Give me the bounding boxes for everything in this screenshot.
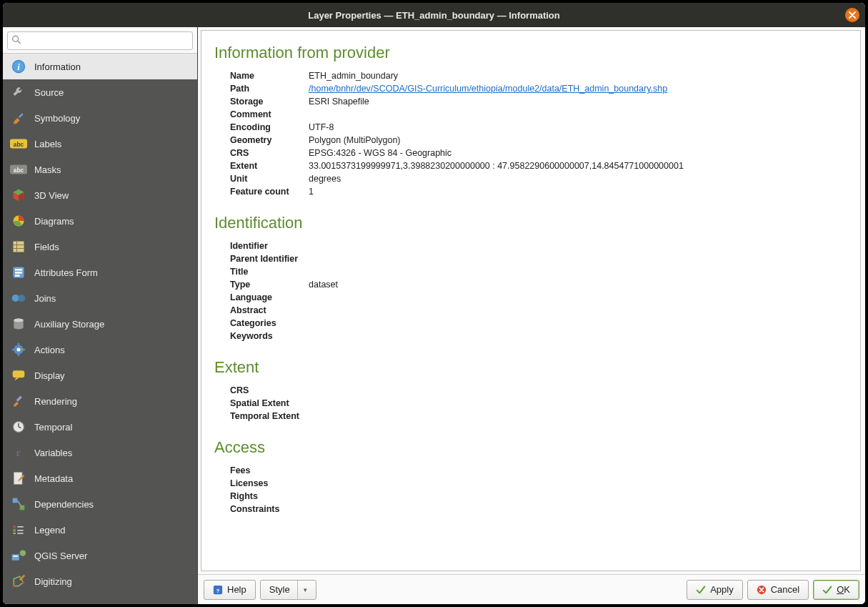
section-heading-provider: Information from provider xyxy=(214,44,847,62)
sidebar-item-label: Legend xyxy=(34,525,65,536)
svg-rect-17 xyxy=(15,275,20,277)
sidebar-item-label: Symbology xyxy=(34,113,80,124)
section-heading-access: Access xyxy=(214,438,847,457)
kv-row: Abstract xyxy=(230,304,847,317)
legend-icon xyxy=(10,521,27,538)
sidebar-item-auxstorage[interactable]: Auxiliary Storage xyxy=(3,311,197,337)
kv-value: 33.0015373199999971,3.3988230200000000 :… xyxy=(309,159,684,172)
sidebar-item-qgisserver[interactable]: QGIS Server xyxy=(3,543,197,568)
dropdown-arrow-icon: ▾ xyxy=(297,581,307,599)
sidebar-item-dependencies[interactable]: Dependencies xyxy=(3,491,197,517)
content-scroll[interactable]: Information from provider NameETH_admin_… xyxy=(201,30,861,571)
sidebar-item-masks[interactable]: abcMasks xyxy=(3,157,197,182)
sidebar-item-label: Joins xyxy=(34,293,56,304)
sidebar-item-legend[interactable]: Legend xyxy=(3,517,197,543)
extent-table: CRSSpatial ExtentTemporal Extent xyxy=(230,384,847,423)
sidebar-item-label: Source xyxy=(34,87,64,98)
sidebar-item-digitizing[interactable]: Digitizing xyxy=(3,568,197,594)
kv-row: Licenses xyxy=(230,477,847,490)
sidebar-item-display[interactable]: Display xyxy=(3,362,197,388)
sidebar-item-label: Display xyxy=(34,370,65,381)
kv-key: Rights xyxy=(230,490,309,503)
kv-value: ETH_admin_boundary xyxy=(309,69,398,82)
svg-line-39 xyxy=(17,500,22,508)
access-table: FeesLicensesRightsConstraints xyxy=(230,464,847,515)
kv-key: Feature count xyxy=(230,185,309,198)
sidebar-item-3dview[interactable]: 3D View xyxy=(3,182,197,208)
sidebar-item-label: Auxiliary Storage xyxy=(34,319,104,330)
sidebar-item-variables[interactable]: εVariables xyxy=(3,440,197,465)
sidebar-item-symbology[interactable]: Symbology xyxy=(3,105,197,131)
sidebar-item-source[interactable]: Source xyxy=(3,79,197,105)
kv-key: Extent xyxy=(230,159,309,172)
mask-abc-icon: abc xyxy=(10,161,27,178)
clock-icon xyxy=(10,418,27,435)
kv-value: Polygon (MultiPolygon) xyxy=(309,134,401,147)
kv-key: CRS xyxy=(230,384,309,397)
svg-point-23 xyxy=(17,348,21,352)
sidebar-search-input[interactable] xyxy=(7,31,193,50)
svg-rect-30 xyxy=(16,396,22,402)
cube-icon xyxy=(10,187,27,204)
apply-button[interactable]: Apply xyxy=(687,580,743,600)
identification-table: IdentifierParent IdentifierTitleTypedata… xyxy=(230,240,847,342)
section-heading-extent: Extent xyxy=(214,358,847,377)
sidebar-item-labels[interactable]: abcLabels xyxy=(3,131,197,157)
database-icon xyxy=(10,315,27,332)
sidebar-item-label: Labels xyxy=(34,139,61,149)
kv-key: Identifier xyxy=(230,240,309,252)
svg-text:abc: abc xyxy=(14,141,24,148)
sidebar-item-metadata[interactable]: Metadata xyxy=(3,465,197,491)
sidebar-item-temporal[interactable]: Temporal xyxy=(3,414,197,440)
help-button[interactable]: ? Help xyxy=(204,580,256,600)
kv-value: UTF-8 xyxy=(309,121,334,134)
kv-row: Spatial Extent xyxy=(230,397,847,410)
path-link[interactable]: /home/bnhr/dev/SCODA/GIS-Curriculum/ethi… xyxy=(309,84,667,94)
tooltip-icon xyxy=(10,367,27,384)
kv-value: degrees xyxy=(309,172,341,185)
sidebar-item-label: Fields xyxy=(34,242,59,252)
server-icon xyxy=(10,547,27,564)
cancel-button[interactable]: Cancel xyxy=(747,580,809,600)
window-close-button[interactable] xyxy=(845,8,859,22)
sidebar-item-label: Rendering xyxy=(34,396,77,407)
svg-point-50 xyxy=(13,585,15,587)
sidebar-item-label: Digitizing xyxy=(34,576,72,587)
kv-row: Comment xyxy=(230,108,847,121)
svg-rect-10 xyxy=(14,242,24,252)
kv-key: Spatial Extent xyxy=(230,397,309,410)
kv-row: Identifier xyxy=(230,240,847,252)
kv-key: Keywords xyxy=(230,330,309,342)
kv-value: /home/bnhr/dev/SCODA/GIS-Curriculum/ethi… xyxy=(309,82,667,95)
help-icon: ? xyxy=(213,585,223,595)
kv-key: Path xyxy=(230,82,309,95)
brush-icon xyxy=(10,393,27,410)
sidebar-item-joins[interactable]: Joins xyxy=(3,285,197,311)
sidebar-item-actions[interactable]: Actions xyxy=(3,337,197,362)
sidebar-item-fields[interactable]: Fields xyxy=(3,234,197,260)
svg-point-51 xyxy=(22,581,24,583)
kv-value: 1 xyxy=(309,185,314,198)
sidebar-item-rendering[interactable]: Rendering xyxy=(3,388,197,414)
kv-key: Categories xyxy=(230,317,309,330)
sidebar-nav: iInformationSourceSymbologyabcLabelsabcM… xyxy=(3,54,197,604)
svg-text:abc: abc xyxy=(14,167,24,174)
sidebar-item-label: Temporal xyxy=(34,422,72,433)
sidebar-item-information[interactable]: iInformation xyxy=(3,54,197,79)
sidebar-item-label: Variables xyxy=(34,448,72,458)
gear-run-icon xyxy=(10,341,27,358)
kv-row: NameETH_admin_boundary xyxy=(230,69,847,82)
kv-row: StorageESRI Shapefile xyxy=(230,95,847,108)
style-button[interactable]: Style ▾ xyxy=(260,580,316,600)
kv-row: Temporal Extent xyxy=(230,410,847,423)
svg-rect-46 xyxy=(12,554,19,560)
kv-value: ESRI Shapefile xyxy=(309,95,369,108)
ok-button[interactable]: OK xyxy=(813,580,859,600)
sidebar-item-attributesform[interactable]: Attributes Form xyxy=(3,260,197,285)
kv-row: Language xyxy=(230,291,847,304)
kv-key: Unit xyxy=(230,172,309,185)
kv-row: Title xyxy=(230,265,847,278)
sidebar-item-diagrams[interactable]: Diagrams xyxy=(3,208,197,234)
kv-row: Keywords xyxy=(230,330,847,342)
apply-button-label: Apply xyxy=(710,584,734,595)
